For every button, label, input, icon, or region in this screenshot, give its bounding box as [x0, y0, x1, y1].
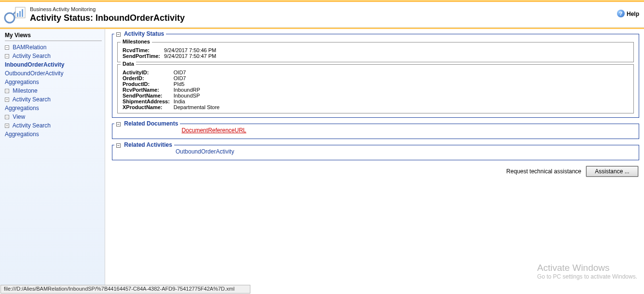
kv-value: PId5 [174, 81, 223, 87]
svg-rect-5 [22, 9, 23, 17]
tree-toggle-icon[interactable]: − [5, 45, 9, 50]
tree-node-outbound-order-activity[interactable]: OutboundOrderActivity [5, 70, 63, 77]
tree-node-activity-search[interactable]: Activity Search [13, 53, 51, 59]
kv-key: OrderID: [123, 75, 174, 81]
tree-toggle-icon[interactable]: − [5, 115, 9, 119]
data-legend: Data [121, 61, 136, 67]
tree-toggle-icon[interactable]: − [5, 89, 9, 93]
kv-value: Departmental Store [174, 104, 223, 110]
kv-key: SendPortName: [123, 93, 174, 98]
related-documents-legend: − Related Documents [114, 120, 180, 127]
kv-key: RcvdTime: [123, 47, 164, 53]
activity-status-legend: − Activity Status [114, 30, 166, 37]
kv-key: XProductName: [123, 104, 174, 110]
app-logo-icon [3, 4, 27, 24]
related-activities-legend: − Related Activities [114, 141, 174, 148]
kv-key: RcvPortName: [123, 87, 174, 93]
body-wrap: My Views − BAMRelation − Activity Search… [0, 29, 644, 285]
related-activities-legend-text: Related Activities [124, 141, 172, 148]
activity-status-panel: − Activity Status Milestones RcvdTime:9/… [112, 34, 639, 118]
tree-node-bamrelation[interactable]: BAMRelation [13, 44, 46, 51]
data-table: ActivityID:OID7 OrderID:OID7 ProductID:P… [123, 70, 223, 110]
kv-value: OID7 [174, 75, 223, 81]
help-icon: ? [617, 10, 625, 17]
document-reference-link[interactable]: DocumentReferenceURL [181, 127, 246, 134]
header-text: Business Activity Monitoring Activity St… [30, 5, 185, 23]
kv-key: ActivityID: [123, 70, 174, 75]
related-documents-panel: − Related Documents DocumentReferenceURL [112, 124, 639, 139]
milestones-legend: Milestones [121, 39, 152, 44]
related-activity-link[interactable]: OutboundOrderActivity [176, 148, 234, 155]
tree-node-aggregations[interactable]: Aggregations [5, 79, 39, 85]
kv-key: SendPortTime: [123, 53, 164, 59]
tree-node-view[interactable]: View [13, 113, 25, 120]
kv-value: OID7 [174, 70, 223, 75]
sidebar-divider [5, 41, 102, 41]
kv-key: ShipmentAddress: [123, 98, 174, 104]
milestones-table: RcvdTime:9/24/2017 7:50:46 PM SendPortTi… [123, 47, 220, 59]
help-label: Help [627, 11, 639, 17]
kv-key: ProductID: [123, 81, 174, 87]
tree-node-aggregations[interactable]: Aggregations [5, 105, 39, 112]
tree-toggle-icon[interactable]: − [5, 54, 9, 58]
collapse-icon[interactable]: − [116, 32, 121, 37]
assistance-label: Request technical assistance [507, 168, 581, 175]
activate-windows-sub: Go to PC settings to activate Windows. [537, 273, 637, 280]
nav-tree: − BAMRelation − Activity Search InboundO… [5, 43, 102, 139]
data-panel: Data ActivityID:OID7 OrderID:OID7 Produc… [117, 64, 634, 113]
activate-windows-title: Activate Windows [537, 263, 637, 273]
kv-value: 9/24/2017 7:50:47 PM [164, 53, 220, 59]
header: Business Activity Monitoring Activity St… [0, 2, 644, 28]
app-window: { "header": { "app_title": "Business Act… [0, 0, 644, 294]
sidebar-heading: My Views [5, 32, 102, 39]
page-title: Activity Status: InboundOrderActivity [30, 13, 185, 23]
kv-value: 9/24/2017 7:50:46 PM [164, 47, 220, 53]
kv-value: India [174, 98, 223, 104]
svg-rect-4 [19, 11, 21, 17]
collapse-icon[interactable]: − [116, 122, 121, 126]
related-documents-legend-text: Related Documents [124, 120, 178, 127]
sidebar: My Views − BAMRelation − Activity Search… [0, 29, 105, 285]
milestones-panel: Milestones RcvdTime:9/24/2017 7:50:46 PM… [117, 42, 634, 62]
svg-rect-3 [17, 13, 18, 17]
main-content: − Activity Status Milestones RcvdTime:9/… [105, 29, 644, 285]
tree-node-aggregations[interactable]: Aggregations [5, 131, 39, 138]
tree-node-milestone[interactable]: Milestone [13, 87, 37, 94]
assistance-row: Request technical assistance Assistance … [112, 166, 639, 177]
kv-value: InboundRP [174, 87, 223, 93]
help-link[interactable]: ? Help [617, 10, 639, 18]
activate-windows-watermark: Activate Windows Go to PC settings to ac… [537, 263, 637, 280]
app-title: Business Activity Monitoring [30, 6, 185, 12]
tree-node-inbound-order-activity[interactable]: InboundOrderActivity [5, 61, 64, 68]
collapse-icon[interactable]: − [116, 143, 121, 148]
tree-node-activity-search[interactable]: Activity Search [13, 96, 51, 103]
tree-toggle-icon[interactable]: + [5, 98, 9, 102]
kv-value: InboundSP [174, 93, 223, 98]
related-activities-panel: − Related Activities OutboundOrderActivi… [112, 145, 639, 160]
tree-toggle-icon[interactable]: + [5, 124, 9, 128]
activity-status-legend-text: Activity Status [124, 30, 164, 37]
status-bar: file:///D:/Alies/BAMRelation/InboundSP/%… [0, 285, 250, 294]
assistance-button[interactable]: Assistance ... [586, 166, 638, 177]
tree-node-activity-search[interactable]: Activity Search [13, 122, 51, 129]
